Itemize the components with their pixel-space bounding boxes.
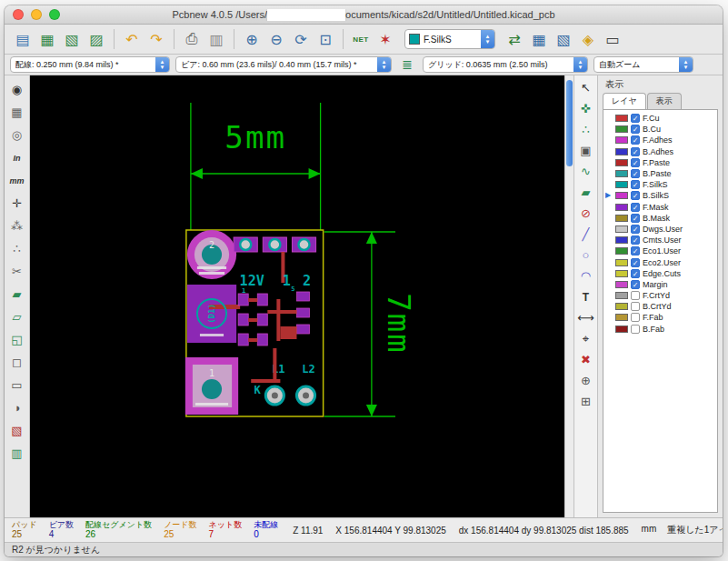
layer-color-swatch[interactable] [615,125,628,133]
layer-row[interactable]: ▶ B.Cu [603,124,717,135]
bottom-pads[interactable] [265,386,314,405]
layer-visibility-checkbox[interactable] [631,125,640,134]
threed-viewer-icon[interactable]: ▭ [602,28,623,50]
layer-row[interactable]: ▶ Eco1.User [603,245,717,256]
microwave-tools-icon[interactable]: ◈ [577,28,599,50]
dimension-height[interactable]: 7mm [324,232,417,416]
layer-visibility-checkbox[interactable] [631,302,640,311]
tab-layers[interactable]: レイヤ [603,93,646,109]
layer-row[interactable]: ▶ F.CrtYd [603,290,717,301]
units-mm-icon[interactable]: mm [7,170,27,191]
units-inch-icon[interactable]: In [7,147,27,168]
zoom-in-icon[interactable]: ⊕ [241,28,263,50]
layer-color-swatch[interactable] [615,115,628,122]
delete-tool-icon[interactable]: ✖ [576,350,596,369]
layer-visibility-checkbox[interactable] [631,158,640,167]
layer-row[interactable]: ▶ F.SilkS [603,179,717,190]
layer-row[interactable]: ▶ Eco2.User [603,256,717,267]
layer-visibility-checkbox[interactable] [631,235,640,245]
silk-text-k[interactable]: K [254,384,262,396]
microwave-toolbar-icon[interactable]: ▧ [7,420,27,441]
save-board-icon[interactable]: ▦ [36,28,58,50]
redo-icon[interactable]: ↷ [145,28,167,50]
close-button[interactable] [13,9,24,20]
layer-visibility-checkbox[interactable] [631,269,640,278]
layer-visibility-checkbox[interactable] [631,246,640,255]
layer-visibility-checkbox[interactable] [631,147,640,156]
undo-icon[interactable]: ↶ [121,28,143,50]
layer-row[interactable]: ▶ B.Adhes [603,146,717,157]
layer-visibility-checkbox[interactable] [631,214,640,223]
silk-text-l2[interactable]: L2 [302,363,315,376]
zoom-window-button[interactable] [49,9,60,20]
page-settings-icon[interactable]: ▧ [61,28,83,50]
layer-color-swatch[interactable] [615,215,628,222]
layer-color-swatch[interactable] [615,281,628,288]
graphic-arc-icon[interactable]: ◠ [576,266,596,286]
trace[interactable] [273,348,276,383]
graphic-circle-icon[interactable]: ○ [576,245,596,265]
add-keepout-icon[interactable]: ⊘ [576,204,596,223]
layer-row[interactable]: ▶ F.Cu [603,113,717,124]
dimension-width[interactable]: 5mm [191,103,321,230]
local-ratsnest-icon[interactable]: ∴ [576,120,596,139]
minimize-button[interactable] [31,9,42,20]
layer-row[interactable]: ▶ Cmts.User [603,235,717,245]
tab-render[interactable]: 表示 [647,93,682,109]
grid-toggle-icon[interactable]: ▦ [7,102,27,123]
layer-visibility-checkbox[interactable] [631,258,640,267]
add-footprint-icon[interactable]: ▣ [576,141,596,160]
layer-pair-icon[interactable]: ⇄ [504,28,525,50]
layer-row[interactable]: ▶ F.Fab [603,312,717,323]
zones-unfilled-icon[interactable]: ▱ [7,306,27,327]
canvas-vertical-scrollbar[interactable] [564,75,573,517]
tracks-sketch-icon[interactable]: ▭ [7,375,27,396]
layer-color-swatch[interactable] [615,326,628,333]
layer-row[interactable]: ▶ F.Mask [603,202,717,213]
layer-visibility-checkbox[interactable] [631,114,640,123]
via-size-select[interactable]: ビア: 0.60 mm (23.6 mils)/ 0.40 mm (15.7 m… [175,56,392,73]
drc-toggle-icon[interactable]: ◉ [7,79,27,100]
pcb-canvas[interactable]: 5mm 7mm 2 [30,75,573,517]
footprint-d1[interactable]: (D1) [187,285,240,343]
scrollbar-thumb[interactable] [566,80,573,166]
layer-color-swatch[interactable] [615,136,628,144]
netlist-icon[interactable]: NET [350,28,372,50]
layer-color-swatch[interactable] [615,148,628,155]
layer-row[interactable]: ▶ F.Paste [603,157,717,168]
layer-color-swatch[interactable] [615,204,628,211]
pad-1-square[interactable]: 1 [185,357,238,415]
route-track-icon[interactable]: ∿ [576,162,596,181]
plot-icon[interactable]: ▨ [85,28,107,50]
add-zone-icon[interactable]: ▰ [576,183,596,202]
track-width-select[interactable]: 配線: 0.250 mm (9.84 mils) * [10,56,170,73]
smd-cluster[interactable]: 1 5 [238,285,309,346]
highlight-net-icon[interactable]: ✜ [576,99,596,118]
add-dimension-icon[interactable]: ⟷ [576,308,596,327]
zones-filled-icon[interactable]: ▰ [7,284,27,305]
layer-selector[interactable]: F.SilkS [404,29,495,49]
track-width-list-icon[interactable]: ≣ [397,55,417,74]
layer-color-swatch[interactable] [615,181,628,188]
layer-row[interactable]: ▶ F.Adhes [603,135,717,145]
layer-color-swatch[interactable] [615,192,628,199]
layer-visibility-checkbox[interactable] [631,225,640,234]
cursor-shape-icon[interactable]: ✛ [7,193,27,214]
layer-color-swatch[interactable] [615,292,628,299]
grid-select[interactable]: グリッド: 0.0635 mm (2.50 mils) [423,56,588,73]
zoom-out-icon[interactable]: ⊖ [265,28,287,50]
layer-color-swatch[interactable] [615,314,628,321]
polar-coords-icon[interactable]: ◎ [7,125,27,145]
zoom-fit-icon[interactable]: ⊡ [314,28,336,50]
open-board-icon[interactable]: ▤ [12,28,34,50]
ratsnest-icon[interactable]: ⁂ [7,215,27,236]
layer-color-swatch[interactable] [615,170,628,177]
layer-row[interactable]: ▶ Margin [603,279,717,290]
drc-icon[interactable]: ✶ [374,28,396,50]
layer-visibility-checkbox[interactable] [631,135,640,145]
layer-visibility-checkbox[interactable] [631,180,640,189]
layer-color-swatch[interactable] [615,247,628,255]
print-icon[interactable]: ⎙ [181,28,203,50]
layer-row[interactable]: ▶ B.Paste [603,168,717,179]
layer-visibility-checkbox[interactable] [631,169,640,178]
